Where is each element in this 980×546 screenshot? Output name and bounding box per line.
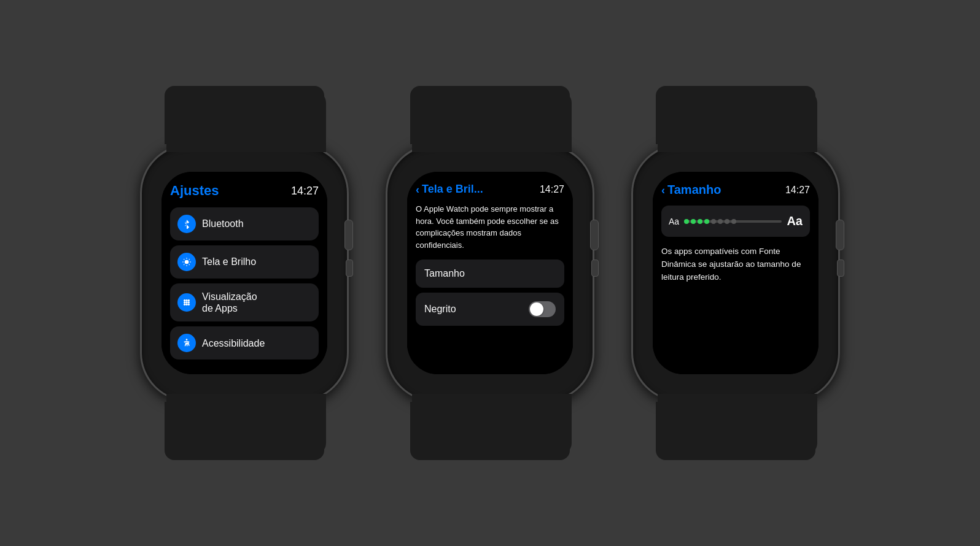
font-size-slider[interactable]: Aa Aa xyxy=(661,206,810,237)
slider-track xyxy=(684,220,782,223)
svg-point-9 xyxy=(184,299,185,301)
watch2-time: 14:27 xyxy=(540,184,564,195)
svg-point-10 xyxy=(185,299,187,301)
menu-item-visualizacao[interactable]: Visualizaçãode Apps xyxy=(170,283,319,321)
watch-3: ‹ Tamanho 14:27 Aa xyxy=(631,86,840,460)
screen-content-2: ‹ Tela e Bril... 14:27 O Apple Watch pod… xyxy=(407,172,573,374)
svg-point-11 xyxy=(188,299,190,301)
watch1-header: Ajustes 14:27 xyxy=(170,183,319,199)
slider-dot-4 xyxy=(704,219,709,224)
strap-top-2 xyxy=(410,86,570,144)
watch-crown-3 xyxy=(836,220,844,250)
strap-top-3 xyxy=(656,86,815,144)
svg-point-15 xyxy=(184,304,185,306)
watch-side-btn-1 xyxy=(346,260,353,277)
svg-point-12 xyxy=(184,302,185,304)
watch3-header: ‹ Tamanho 14:27 xyxy=(661,183,810,197)
watch3-title: Tamanho xyxy=(667,183,721,197)
watch-screen-2: ‹ Tela e Bril... 14:27 O Apple Watch pod… xyxy=(407,172,573,374)
svg-line-6 xyxy=(189,264,190,265)
screen-content-3: ‹ Tamanho 14:27 Aa xyxy=(653,172,819,374)
menu-item-bluetooth[interactable]: Bluetooth xyxy=(170,207,319,240)
strap-top-1 xyxy=(165,86,324,144)
svg-point-13 xyxy=(185,302,187,304)
watch2-header: ‹ Tela e Bril... 14:27 xyxy=(416,183,564,196)
watch-crown-2 xyxy=(590,220,599,250)
svg-line-8 xyxy=(189,259,190,260)
back-chevron-2: ‹ xyxy=(416,184,419,195)
negrito-toggle[interactable] xyxy=(529,301,556,317)
slider-aa-small: Aa xyxy=(669,217,679,226)
screen-content-1: Ajustes 14:27 Bluetooth xyxy=(161,172,327,374)
strap-bottom-2 xyxy=(410,402,570,460)
watch3-description: Os apps compatíveis com Fonte Dinâmica s… xyxy=(661,245,810,284)
slider-dot-2 xyxy=(691,219,696,224)
toggle-thumb xyxy=(530,302,543,316)
svg-point-0 xyxy=(185,260,189,264)
svg-point-18 xyxy=(186,339,188,341)
slider-dot-8 xyxy=(731,219,736,224)
watch-screen-1: Ajustes 14:27 Bluetooth xyxy=(161,172,327,374)
back-button-3[interactable]: ‹ xyxy=(661,185,665,196)
svg-line-7 xyxy=(184,264,184,265)
watch2-title: Tela e Bril... xyxy=(422,183,483,196)
apps-icon xyxy=(177,293,196,312)
watch-body-1: Ajustes 14:27 Bluetooth xyxy=(140,144,349,402)
watch2-negrito[interactable]: Negrito xyxy=(416,293,564,326)
svg-point-16 xyxy=(185,304,187,306)
visualizacao-label: Visualizaçãode Apps xyxy=(202,291,257,314)
watch2-description: O Apple Watch pode sempre mostrar a hora… xyxy=(416,203,564,251)
menu-item-acessibilidade[interactable]: Acessibilidade xyxy=(170,326,319,360)
watch-2: ‹ Tela e Bril... 14:27 O Apple Watch pod… xyxy=(386,86,594,460)
watch1-title: Ajustes xyxy=(170,183,219,199)
watch-side-btn-3 xyxy=(837,260,844,277)
slider-dot-6 xyxy=(718,219,723,224)
watch-body-3: ‹ Tamanho 14:27 Aa xyxy=(631,144,840,402)
brightness-icon xyxy=(177,253,196,271)
back-chevron-3: ‹ xyxy=(661,185,665,196)
watch-screen-3: ‹ Tamanho 14:27 Aa xyxy=(653,172,819,374)
slider-dot-7 xyxy=(725,219,729,224)
watch-body-2: ‹ Tela e Bril... 14:27 O Apple Watch pod… xyxy=(386,144,594,402)
svg-point-17 xyxy=(188,304,190,306)
watch-1: Ajustes 14:27 Bluetooth xyxy=(140,86,349,460)
slider-aa-large: Aa xyxy=(787,214,803,228)
acessibilidade-label: Acessibilidade xyxy=(202,337,265,349)
strap-bottom-1 xyxy=(165,402,324,460)
slider-dot-1 xyxy=(684,219,689,224)
watch1-time: 14:27 xyxy=(291,185,319,198)
bluetooth-icon xyxy=(177,215,196,233)
tamanho-label: Tamanho xyxy=(424,268,465,279)
slider-dot-5 xyxy=(711,219,716,224)
svg-point-14 xyxy=(188,302,190,304)
strap-bottom-3 xyxy=(656,402,815,460)
back-button-2[interactable]: ‹ xyxy=(416,184,419,195)
negrito-label: Negrito xyxy=(424,304,456,315)
menu-item-tela[interactable]: Tela e Brilho xyxy=(170,245,319,279)
watch2-tamanho[interactable]: Tamanho xyxy=(416,260,564,288)
watch3-time: 14:27 xyxy=(785,185,810,196)
watch-crown-1 xyxy=(344,220,353,250)
tela-label: Tela e Brilho xyxy=(202,256,256,267)
bluetooth-label: Bluetooth xyxy=(202,218,244,229)
slider-dot-3 xyxy=(698,219,702,224)
svg-line-5 xyxy=(184,259,184,260)
watch-side-btn-2 xyxy=(591,260,599,277)
accessibility-icon xyxy=(177,334,196,352)
